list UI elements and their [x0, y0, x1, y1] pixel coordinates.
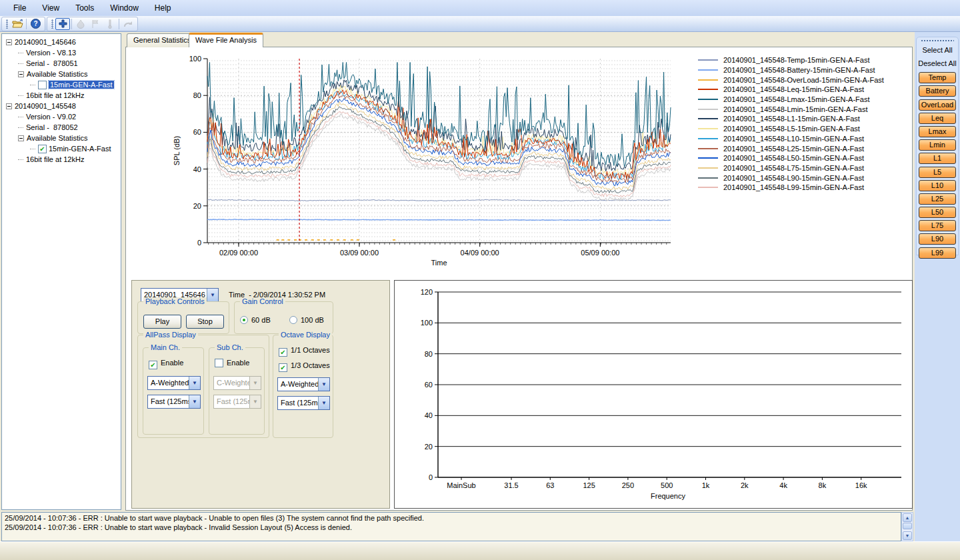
collapse-icon[interactable]: [6, 103, 12, 109]
chevron-down-icon[interactable]: ▼: [318, 397, 329, 409]
tree-node[interactable]: Serial - 878052: [2, 122, 121, 133]
tree-node-label[interactable]: Version - V9.02: [26, 113, 76, 121]
tree-node[interactable]: 16bit file at 12kHz: [2, 90, 121, 101]
play-button[interactable]: Play: [143, 315, 181, 329]
legend-entry: 20140901_145548-L5-15min-GEN-A-Fast: [698, 124, 884, 134]
tab-wave-file-analysis[interactable]: Wave File Analysis: [189, 33, 263, 47]
svg-text:Frequency: Frequency: [651, 492, 685, 500]
tree-node-label[interactable]: Serial - 878052: [26, 123, 78, 131]
toolbar-grip[interactable]: [6, 19, 8, 29]
legend-entry: 20140901_145548-L75-15min-GEN-A-Fast: [698, 163, 884, 173]
toolbar-grip[interactable]: [51, 19, 53, 29]
series-button-l75[interactable]: L75: [919, 220, 956, 231]
scroll-thumb[interactable]: [903, 523, 912, 529]
series-button-l90[interactable]: L90: [919, 233, 956, 245]
tree-node-label[interactable]: 20140901_145646: [15, 38, 76, 46]
svg-text:40: 40: [193, 165, 201, 173]
chevron-down-icon[interactable]: ▼: [207, 289, 218, 301]
tree-node-label[interactable]: 20140901_145548: [15, 102, 76, 110]
tree-node[interactable]: Version - V8.13: [2, 47, 121, 58]
help-icon[interactable]: ?: [28, 18, 43, 30]
octave-13-checkbox[interactable]: ✔1/3 Octaves: [279, 361, 330, 372]
select-all-button[interactable]: Select All: [917, 43, 958, 57]
series-button-lmax[interactable]: Lmax: [919, 126, 956, 137]
legend-label: 20140901_145548-L5-15min-GEN-A-Fast: [723, 125, 860, 133]
svg-text:SPL (dB): SPL (dB): [173, 136, 181, 165]
main-enable-checkbox[interactable]: ✔Enable: [149, 359, 183, 369]
chart-legend: 20140901_145548-Temp-15min-GEN-A-Fast201…: [698, 55, 884, 193]
tree-node-label[interactable]: Version - V8.13: [26, 49, 76, 57]
series-button-l25[interactable]: L25: [919, 193, 956, 205]
tree-node[interactable]: 20140901_145548: [2, 101, 121, 111]
main-weighting-combo[interactable]: A-Weighted ▼: [147, 376, 201, 390]
gain-60db-radio[interactable]: 60 dB: [240, 316, 271, 324]
open-file-icon[interactable]: [10, 18, 25, 30]
chevron-down-icon[interactable]: ▼: [318, 378, 329, 391]
tree-node-label[interactable]: 16bit file at 12kHz: [26, 155, 84, 163]
add-session-icon[interactable]: [55, 18, 70, 30]
legend-entry: 20140901_145548-OverLoad-15min-GEN-A-Fas…: [698, 75, 884, 85]
legend-swatch: [698, 109, 718, 110]
tree-node-label[interactable]: Available Statistics: [27, 134, 88, 142]
toolbar-separator: [71, 19, 72, 29]
menu-view[interactable]: View: [34, 1, 67, 15]
legend-swatch: [698, 89, 718, 90]
scroll-down-icon[interactable]: ▼: [903, 531, 912, 540]
series-button-overload[interactable]: OverLoad: [919, 99, 956, 111]
scroll-up-icon[interactable]: ▲: [903, 513, 912, 522]
deselect-all-button[interactable]: Deselect All: [917, 57, 958, 70]
octave-response-combo[interactable]: Fast (125ms) ▼: [277, 396, 330, 410]
series-button-battery[interactable]: Battery: [919, 85, 956, 97]
toolbar-group-session: [47, 17, 138, 31]
tree-node[interactable]: Available Statistics: [2, 69, 121, 79]
series-button-l50[interactable]: L50: [919, 207, 956, 218]
tree-node-label[interactable]: 15min-GEN-A-Fast: [49, 145, 111, 153]
tab-general-statistics[interactable]: General Statistics: [127, 33, 197, 47]
tree-node-label[interactable]: 16bit file at 12kHz: [26, 91, 84, 99]
tree-checkbox[interactable]: ✔: [38, 145, 47, 153]
redo-icon: [121, 18, 135, 30]
series-button-l10[interactable]: L10: [919, 180, 956, 191]
tree-node-label[interactable]: Available Statistics: [27, 70, 88, 78]
chevron-down-icon[interactable]: ▼: [189, 395, 200, 408]
tree-node[interactable]: 20140901_145646: [2, 37, 121, 47]
tree-node[interactable]: Available Statistics: [2, 133, 121, 143]
collapse-icon[interactable]: [18, 135, 24, 141]
stop-button[interactable]: Stop: [186, 315, 224, 329]
tree-node-label[interactable]: Serial - 878051: [26, 59, 78, 67]
tree-node[interactable]: 15min-GEN-A-Fast: [2, 79, 121, 90]
menu-bar: FileViewToolsWindowHelp: [0, 0, 960, 16]
series-button-l5[interactable]: L5: [919, 167, 956, 178]
octave-weighting-combo[interactable]: A-Weighted ▼: [277, 377, 330, 391]
sub-enable-checkbox[interactable]: Enable: [215, 359, 249, 367]
series-button-temp[interactable]: Temp: [919, 72, 956, 83]
legend-entry: 20140901_145548-L1-15min-GEN-A-Fast: [698, 114, 884, 124]
main-response-combo[interactable]: Fast (125ms) ▼: [147, 395, 201, 409]
menu-help[interactable]: Help: [147, 1, 179, 15]
tree-checkbox[interactable]: [38, 81, 47, 89]
menu-tools[interactable]: Tools: [67, 1, 102, 15]
series-button-lmin[interactable]: Lmin: [919, 139, 956, 151]
menu-file[interactable]: File: [5, 1, 34, 15]
toolbar-group-file: ?: [1, 17, 45, 31]
tree-node[interactable]: 16bit file at 12kHz: [2, 154, 121, 165]
tree-node[interactable]: ✔15min-GEN-A-Fast: [2, 143, 121, 154]
tree-node[interactable]: Serial - 878051: [2, 58, 121, 69]
collapse-icon[interactable]: [6, 39, 12, 45]
series-button-l99[interactable]: L99: [919, 247, 956, 259]
drag-handle-icon[interactable]: [921, 39, 954, 42]
octave-11-checkbox[interactable]: ✔1/1 Octaves: [279, 346, 330, 357]
chevron-down-icon[interactable]: ▼: [189, 377, 200, 389]
tree-node-label[interactable]: 15min-GEN-A-Fast: [49, 81, 114, 89]
error-log[interactable]: 25/09/2014 - 10:07:36 - ERR : Unable to …: [1, 512, 901, 541]
menu-window[interactable]: Window: [102, 1, 147, 15]
collapse-icon[interactable]: [18, 71, 24, 77]
group-title: Sub Ch.: [215, 343, 245, 351]
gain-100db-radio[interactable]: 100 dB: [289, 316, 324, 324]
series-button-leq[interactable]: Leq: [919, 113, 956, 124]
legend-label: 20140901_145548-L1-15min-GEN-A-Fast: [723, 115, 860, 123]
toolbar-separator: [26, 19, 27, 29]
log-scrollbar[interactable]: ▲ ▼: [901, 512, 913, 541]
tree-node[interactable]: Version - V9.02: [2, 111, 121, 122]
series-button-l1[interactable]: L1: [919, 153, 956, 164]
